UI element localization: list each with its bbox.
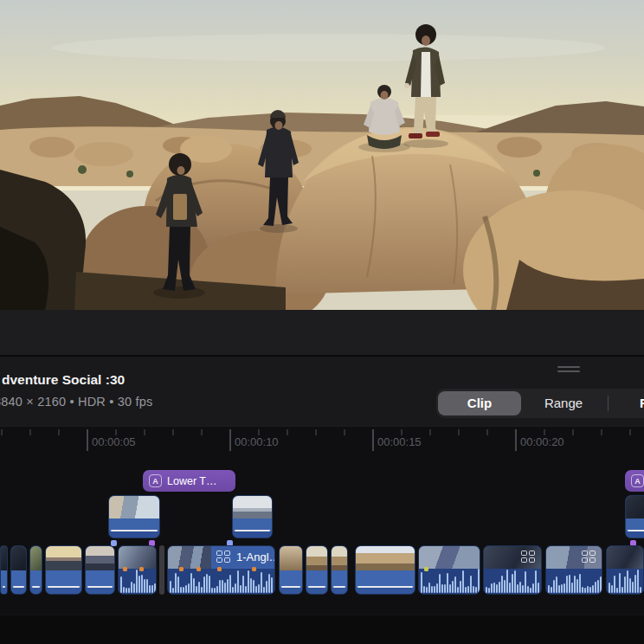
multicam-icon bbox=[216, 551, 231, 564]
clip-header bbox=[119, 546, 156, 569]
clip-header bbox=[607, 546, 643, 569]
ruler-tick-major bbox=[372, 429, 374, 451]
clip-audio-strip bbox=[1, 588, 7, 594]
storyline-clip[interactable] bbox=[355, 545, 415, 595]
clip-audio-strip bbox=[356, 588, 415, 594]
clip-audio-strip bbox=[46, 588, 81, 594]
clip-thumbnail bbox=[356, 546, 415, 570]
audio-waveform bbox=[484, 569, 541, 594]
ruler-tick-minor bbox=[601, 429, 602, 435]
connected-clip[interactable] bbox=[625, 495, 644, 538]
clip-header bbox=[484, 546, 541, 569]
ruler-tick-minor bbox=[287, 429, 288, 435]
ruler-tick-major bbox=[87, 429, 88, 451]
clip-thumbnail bbox=[30, 546, 42, 570]
storyline-clip[interactable] bbox=[418, 545, 480, 595]
title-a-icon: A bbox=[631, 474, 644, 487]
clip-thumbnail bbox=[46, 546, 81, 570]
connected-clip[interactable] bbox=[232, 495, 273, 538]
viewer-preview bbox=[0, 0, 644, 310]
clip-marker bbox=[123, 567, 127, 571]
storyline-clip[interactable] bbox=[85, 545, 115, 595]
ruler-tick-minor bbox=[572, 429, 574, 435]
clip-marker bbox=[252, 567, 256, 571]
ruler-tick-minor bbox=[458, 429, 460, 435]
segment-clip[interactable]: Clip bbox=[438, 391, 521, 415]
clip-marker bbox=[179, 567, 184, 571]
clip-thumbnail bbox=[332, 546, 347, 570]
timeline-ruler[interactable]: 00:00:0500:00:1000:00:1500:00:20 bbox=[0, 426, 644, 458]
clip-audio-strip bbox=[332, 588, 347, 594]
audio-waveform bbox=[607, 569, 643, 594]
storyline-clip[interactable] bbox=[545, 545, 602, 595]
storyline-clip[interactable] bbox=[331, 545, 348, 595]
ruler-tick-minor bbox=[344, 429, 345, 435]
clip-thumbnail bbox=[306, 546, 327, 570]
project-info-panel: dventure Social :30 3840 × 2160 • HDR • … bbox=[0, 357, 644, 426]
storyline-clip[interactable] bbox=[606, 545, 644, 595]
ruler-timestamp: 00:00:20 bbox=[520, 435, 564, 448]
title-clip[interactable]: ALower T… bbox=[143, 470, 235, 492]
storyline-clip[interactable] bbox=[306, 545, 328, 595]
title-clip-label: Lower T… bbox=[167, 475, 216, 487]
ruler-timestamp: 00:00:15 bbox=[377, 435, 422, 448]
clip-audio-strip bbox=[626, 531, 644, 538]
title-clip[interactable]: A bbox=[625, 470, 644, 492]
gap-clip[interactable] bbox=[159, 545, 164, 595]
storyline-clip[interactable] bbox=[29, 545, 42, 595]
clip-audio-strip bbox=[306, 588, 327, 594]
ruler-tick-minor bbox=[1, 429, 3, 435]
ruler-tick-minor bbox=[115, 429, 117, 435]
clip-audio-strip bbox=[280, 588, 302, 594]
title-a-icon: A bbox=[149, 474, 162, 487]
storyline-clip[interactable] bbox=[279, 545, 303, 595]
view-segmented: ClipRangeF bbox=[436, 389, 644, 418]
segment-divider bbox=[608, 396, 609, 411]
storyline-clip[interactable] bbox=[483, 545, 542, 595]
clip-audio-strip bbox=[11, 588, 26, 594]
timeline[interactable]: ALower T…A1-Angl… bbox=[0, 457, 644, 615]
ruler-tick-minor bbox=[315, 429, 317, 435]
storyline-clip[interactable] bbox=[0, 545, 8, 595]
ruler-timestamp: 00:00:10 bbox=[235, 435, 279, 448]
ruler-tick-minor bbox=[172, 429, 174, 435]
desert-scene bbox=[0, 0, 644, 310]
audio-waveform bbox=[119, 569, 156, 594]
clip-thumbnail bbox=[86, 546, 114, 570]
storyline-clip[interactable] bbox=[10, 545, 27, 595]
ruler-timestamp: 00:00:05 bbox=[92, 435, 136, 448]
segment-range[interactable]: Range bbox=[521, 391, 606, 415]
clip-thumbnail bbox=[626, 496, 644, 518]
ruler-tick-minor bbox=[429, 429, 431, 435]
storyline-clip[interactable] bbox=[118, 545, 157, 595]
ruler-tick-minor bbox=[29, 429, 31, 435]
clip-header bbox=[546, 546, 602, 569]
clip-thumbnail bbox=[168, 546, 211, 569]
clip-audio-strip bbox=[30, 588, 42, 594]
multicam-icon bbox=[582, 551, 596, 564]
multicam-icon bbox=[521, 551, 536, 564]
ruler-tick-minor bbox=[544, 429, 545, 435]
clip-header: 1-Angl… bbox=[168, 546, 274, 569]
clip-marker bbox=[196, 567, 201, 571]
clip-thumbnail bbox=[11, 546, 26, 570]
storyline-clip[interactable] bbox=[45, 545, 82, 595]
audio-waveform bbox=[546, 569, 602, 594]
clip-thumbnail bbox=[233, 496, 272, 518]
clip-label: 1-Angl… bbox=[236, 551, 275, 564]
ruler-tick-major bbox=[515, 429, 517, 451]
connected-clip[interactable] bbox=[108, 495, 160, 538]
project-title: dventure Social :30 bbox=[2, 372, 125, 388]
segment-f[interactable]: F bbox=[610, 391, 644, 415]
ruler-tick-minor bbox=[201, 429, 203, 435]
ruler-tick-minor bbox=[401, 429, 402, 435]
timeline-footer bbox=[0, 615, 644, 644]
audio-waveform bbox=[168, 569, 274, 594]
ruler-tick-minor bbox=[58, 429, 60, 435]
clip-marker bbox=[424, 567, 428, 571]
clip-audio-strip bbox=[86, 588, 114, 594]
project-specs: 3840 × 2160 • HDR • 30 fps bbox=[0, 395, 152, 409]
clip-marker bbox=[139, 567, 144, 571]
drag-handle[interactable] bbox=[557, 366, 580, 375]
storyline-clip[interactable]: 1-Angl… bbox=[167, 545, 275, 595]
